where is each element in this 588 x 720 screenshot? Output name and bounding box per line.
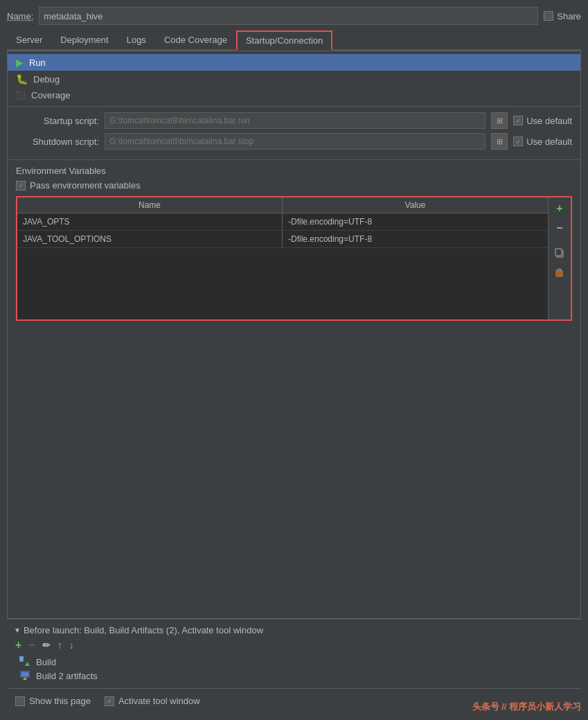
startup-use-default: ✓ Use default [513, 116, 572, 126]
name-label: Name: [7, 11, 33, 21]
env-paste-btn[interactable] [551, 264, 568, 281]
debug-icon: 🐛 [16, 73, 28, 85]
share-checkbox[interactable] [544, 11, 553, 21]
tab-deployment[interactable]: Deployment [51, 30, 117, 51]
share-area: Share [544, 11, 581, 21]
activate-window-label: Activate tool window [118, 696, 200, 706]
env-row-0-value: -Dfile.encoding=UTF-8 [283, 213, 548, 230]
svg-rect-1 [555, 249, 562, 256]
launch-items: 01 Build Build 2 artifacts [14, 655, 574, 683]
launch-item-artifacts[interactable]: Build 2 artifacts [17, 669, 574, 683]
env-table-wrapper: Name Value JAVA_OPTS -Dfile.encoding=UTF… [16, 196, 572, 321]
show-page-option: Show this page [15, 696, 91, 706]
shutdown-use-default: ✓ Use default [513, 137, 572, 147]
launch-item-build-label: Build [36, 657, 56, 667]
env-table: Name Value JAVA_OPTS -Dfile.encoding=UTF… [17, 197, 548, 319]
startup-use-default-checkbox[interactable]: ✓ [513, 116, 523, 125]
pass-env-checkbox[interactable]: ✓ [16, 181, 26, 191]
mode-debug[interactable]: 🐛 Debug [8, 71, 580, 87]
show-page-checkbox[interactable] [15, 696, 25, 706]
share-label: Share [557, 11, 581, 21]
mode-list: ▶ Run 🐛 Debug ⬛ Coverage [8, 51, 580, 107]
env-copy-btn[interactable] [551, 245, 568, 261]
name-row: Name: Share [7, 7, 581, 25]
show-page-label: Show this page [29, 696, 91, 706]
shutdown-script-input[interactable] [105, 133, 485, 150]
startup-browse-btn[interactable]: ⊞ [491, 112, 508, 129]
env-row-1-name: JAVA_TOOL_OPTIONS [17, 231, 283, 247]
env-table-header: Name Value [17, 197, 548, 213]
shutdown-script-label: Shutdown script: [16, 137, 99, 147]
startup-script-row: Startup script: ⊞ ✓ Use default [16, 112, 572, 129]
tab-startup-connection[interactable]: Startup/Connection [236, 30, 332, 51]
watermark: 头条号 // 程序员小新人学习 [472, 701, 581, 713]
mode-run[interactable]: ▶ Run [8, 54, 580, 71]
pass-env-row: ✓ Pass environment variables [16, 180, 572, 191]
env-row-1-value: -Dfile.encoding=UTF-8 [283, 231, 548, 247]
startup-script-label: Startup script: [16, 116, 99, 126]
triangle-icon: ▼ [14, 626, 21, 634]
shutdown-use-default-checkbox[interactable]: ✓ [513, 137, 523, 146]
env-section: Environment Variables ✓ Pass environment… [8, 160, 580, 618]
build-icon: 01 [19, 656, 30, 667]
launch-add-btn[interactable]: + [14, 640, 23, 651]
before-launch-title: ▼ Before launch: Build, Build Artifacts … [14, 625, 574, 635]
shutdown-browse-btn[interactable]: ⊞ [491, 133, 508, 150]
launch-edit-btn[interactable]: ✏ [41, 640, 52, 650]
coverage-icon: ⬛ [16, 91, 26, 100]
startup-script-input[interactable] [105, 112, 485, 129]
launch-item-artifacts-label: Build 2 artifacts [36, 671, 98, 681]
tab-code-coverage[interactable]: Code Coverage [155, 30, 236, 51]
launch-remove-btn[interactable]: − [27, 640, 36, 651]
launch-toolbar: + − ✏ ↑ ↓ [14, 640, 574, 651]
env-add-btn[interactable]: + [551, 200, 568, 217]
mode-run-label: Run [29, 58, 46, 68]
svg-rect-9 [21, 672, 28, 676]
mode-coverage[interactable]: ⬛ Coverage [8, 87, 580, 103]
startup-use-default-label: Use default [526, 116, 572, 126]
env-header-name: Name [17, 197, 283, 213]
svg-marker-7 [25, 662, 30, 666]
launch-item-build[interactable]: 01 Build [17, 655, 574, 669]
tab-server[interactable]: Server [7, 30, 51, 51]
launch-down-btn[interactable]: ↓ [68, 640, 75, 650]
before-launch-label: Before launch: Build, Build Artifacts (2… [24, 625, 263, 635]
env-table-actions: + − [548, 197, 571, 319]
shutdown-script-row: Shutdown script: ⊞ ✓ Use default [16, 133, 572, 150]
env-row-1[interactable]: JAVA_TOOL_OPTIONS -Dfile.encoding=UTF-8 [17, 231, 548, 248]
shutdown-use-default-label: Use default [526, 137, 572, 147]
env-row-0[interactable]: JAVA_OPTS -Dfile.encoding=UTF-8 [17, 213, 548, 231]
tabs-bar: Server Deployment Logs Code Coverage Sta… [7, 30, 581, 51]
env-rows: JAVA_OPTS -Dfile.encoding=UTF-8 JAVA_TOO… [17, 213, 548, 319]
before-launch-section: ▼ Before launch: Build, Build Artifacts … [7, 619, 581, 688]
env-row-0-name: JAVA_OPTS [17, 213, 283, 230]
env-title: Environment Variables [16, 166, 572, 176]
svg-rect-3 [558, 269, 561, 271]
launch-up-btn[interactable]: ↑ [56, 640, 64, 650]
artifacts-icon [19, 670, 30, 681]
tab-logs[interactable]: Logs [118, 30, 155, 51]
main-panel: ▶ Run 🐛 Debug ⬛ Coverage Startup script:… [7, 51, 581, 619]
mode-debug-label: Debug [33, 74, 60, 85]
pass-env-label: Pass environment variables [30, 180, 141, 191]
name-input[interactable] [39, 7, 538, 25]
run-icon: ▶ [16, 57, 24, 68]
scripts-section: Startup script: ⊞ ✓ Use default Shutdown… [8, 107, 580, 160]
activate-window-checkbox[interactable]: ✓ [105, 696, 114, 706]
env-header-value: Value [283, 197, 548, 213]
activate-window-option: ✓ Activate tool window [105, 696, 200, 706]
mode-coverage-label: Coverage [31, 90, 70, 100]
svg-text:01: 01 [20, 658, 24, 662]
env-remove-btn[interactable]: − [551, 220, 568, 236]
